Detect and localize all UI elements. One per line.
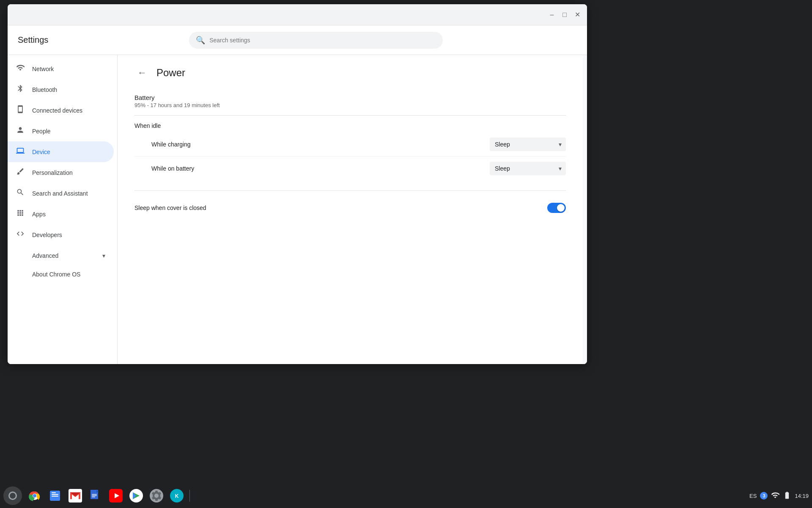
advanced-chevron-icon: ▾ xyxy=(102,252,105,259)
code-icon xyxy=(16,229,25,240)
sidebar-search-assistant-label: Search and Assistant xyxy=(32,190,105,197)
sidebar: Network Bluetooth Connected devices Peop… xyxy=(8,55,118,364)
while-charging-label: While charging xyxy=(134,141,191,148)
sidebar-item-advanced[interactable]: Advanced ▾ xyxy=(8,245,114,266)
while-battery-label: While on battery xyxy=(134,165,194,172)
page-header: ← Power xyxy=(134,65,566,80)
back-button[interactable]: ← xyxy=(134,65,150,80)
close-button[interactable]: ✕ xyxy=(573,10,582,19)
sidebar-item-people[interactable]: People xyxy=(8,121,114,141)
settings-header: Settings 🔍 xyxy=(8,25,587,55)
sidebar-item-personalization[interactable]: Personalization xyxy=(8,162,114,183)
sidebar-network-label: Network xyxy=(32,66,105,72)
taskbar: K ES 3 14:19 xyxy=(0,483,812,508)
chrome-icon xyxy=(28,489,41,502)
toggle-thumb xyxy=(557,204,565,212)
launcher-button[interactable] xyxy=(3,486,22,505)
while-battery-select[interactable]: Sleep Display off Keep display on xyxy=(490,162,566,175)
main-content: ← Power Battery 95% - 17 hours and 19 mi… xyxy=(118,55,583,364)
sidebar-bluetooth-label: Bluetooth xyxy=(32,86,105,93)
minimize-button[interactable]: – xyxy=(547,10,557,19)
docs-icon xyxy=(89,489,102,502)
taskbar-status: ES 3 14:19 xyxy=(749,491,809,501)
when-idle-section: When idle While charging Sleep Display o… xyxy=(134,122,566,180)
taskbar-docs[interactable] xyxy=(86,486,105,505)
language-indicator: ES xyxy=(749,493,757,499)
svg-point-1 xyxy=(33,494,36,497)
files-icon xyxy=(48,489,62,502)
clock: 14:19 xyxy=(795,493,809,499)
launcher-icon xyxy=(8,491,17,500)
battery-status-icon xyxy=(783,491,791,501)
laptop-icon xyxy=(16,146,25,157)
settings-icon xyxy=(150,489,163,502)
maximize-button[interactable]: □ xyxy=(560,10,569,19)
sidebar-item-apps[interactable]: Apps xyxy=(8,204,114,224)
sidebar-developers-label: Developers xyxy=(32,232,105,238)
device-icon xyxy=(16,105,25,116)
sidebar-item-device[interactable]: Device xyxy=(8,141,114,162)
svg-rect-9 xyxy=(92,494,97,495)
sidebar-advanced-label: Advanced xyxy=(32,252,95,259)
while-battery-select-wrapper: Sleep Display off Keep display on ▾ xyxy=(490,162,566,175)
svg-rect-3 xyxy=(52,494,58,495)
notification-badge: 3 xyxy=(760,492,768,500)
window-controls: – □ ✕ xyxy=(547,10,582,19)
sidebar-item-about[interactable]: About Chrome OS xyxy=(8,266,114,283)
idle-settings-rows: While charging Sleep Display off Keep di… xyxy=(134,133,566,180)
settings-window: – □ ✕ Settings 🔍 Network Bl xyxy=(8,4,587,364)
taskbar-chrome[interactable] xyxy=(25,486,44,505)
brush-icon xyxy=(16,167,25,178)
sidebar-item-network[interactable]: Network xyxy=(8,58,114,79)
while-charging-row: While charging Sleep Display off Keep di… xyxy=(134,133,566,157)
person-icon xyxy=(16,126,25,136)
svg-point-16 xyxy=(154,494,159,498)
search-input[interactable] xyxy=(209,37,436,44)
youtube-icon xyxy=(109,489,123,502)
sidebar-people-label: People xyxy=(32,128,105,135)
battery-title: Battery xyxy=(134,94,566,101)
sidebar-apps-label: Apps xyxy=(32,211,105,218)
page-title: Power xyxy=(156,67,185,79)
sidebar-personalization-label: Personalization xyxy=(32,169,105,176)
sidebar-item-bluetooth[interactable]: Bluetooth xyxy=(8,79,114,100)
taskbar-youtube[interactable] xyxy=(107,486,125,505)
wifi-status-icon xyxy=(771,491,779,501)
svg-rect-10 xyxy=(92,495,97,496)
sidebar-item-developers[interactable]: Developers xyxy=(8,224,114,245)
sidebar-device-label: Device xyxy=(32,149,105,155)
sidebar-connected-devices-label: Connected devices xyxy=(32,107,105,114)
taskbar-gmail[interactable] xyxy=(66,486,85,505)
sidebar-item-connected-devices[interactable]: Connected devices xyxy=(8,100,114,121)
svg-rect-11 xyxy=(92,497,95,497)
search-bar-container: 🔍 xyxy=(189,32,443,49)
section-divider-2 xyxy=(134,190,566,191)
taskbar-files[interactable] xyxy=(46,486,64,505)
taskbar-play[interactable] xyxy=(127,486,145,505)
taskbar-settings[interactable] xyxy=(147,486,166,505)
apps-icon xyxy=(16,209,25,219)
sleep-cover-row: Sleep when cover is closed xyxy=(134,198,566,218)
sleep-cover-label: Sleep when cover is closed xyxy=(134,204,206,211)
gmail-icon xyxy=(69,489,82,502)
taskbar-divider xyxy=(189,490,190,502)
bluetooth-icon xyxy=(16,84,25,95)
settings-title: Settings xyxy=(18,35,48,45)
battery-status: 95% - 17 hours and 19 minutes left xyxy=(134,102,566,108)
when-idle-title: When idle xyxy=(134,122,566,129)
sleep-cover-toggle[interactable] xyxy=(547,203,566,213)
sidebar-about-label: About Chrome OS xyxy=(32,271,105,278)
wifi-icon xyxy=(16,64,25,74)
title-bar: – □ ✕ xyxy=(8,4,587,25)
advanced-icon xyxy=(16,250,25,261)
right-panel xyxy=(583,55,587,364)
taskbar-kids[interactable]: K xyxy=(167,486,186,505)
while-charging-select[interactable]: Sleep Display off Keep display on xyxy=(490,138,566,151)
section-divider-1 xyxy=(134,115,566,116)
svg-rect-4 xyxy=(52,496,58,497)
settings-body: Network Bluetooth Connected devices Peop… xyxy=(8,55,587,364)
svg-rect-5 xyxy=(52,492,56,493)
play-icon xyxy=(129,489,143,502)
svg-text:K: K xyxy=(175,493,179,499)
sidebar-item-search-assistant[interactable]: Search and Assistant xyxy=(8,183,114,204)
